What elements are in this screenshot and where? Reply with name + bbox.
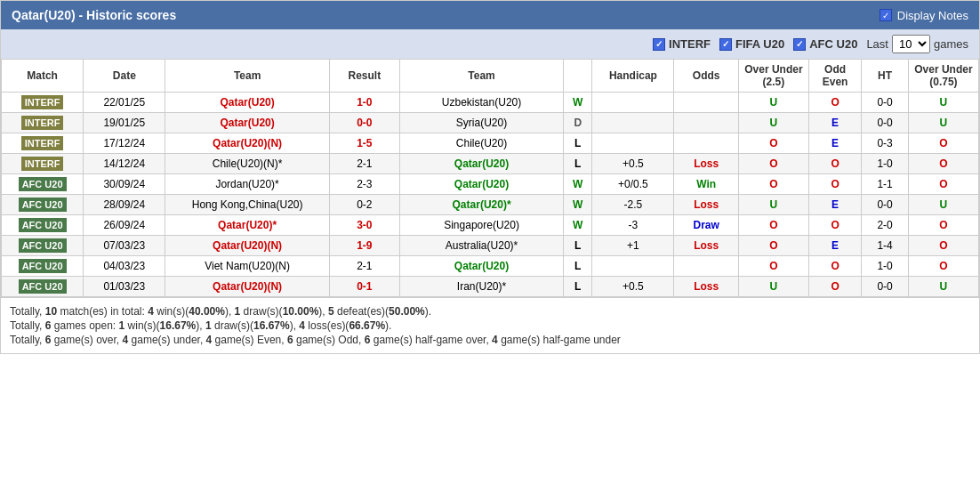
cell-ht: 1-0 xyxy=(862,256,909,277)
cell-ht: 0-0 xyxy=(862,195,909,215)
cell-team2[interactable]: Singapore(U20) xyxy=(399,215,563,236)
last-games-select[interactable]: 10 5 15 20 25 30 xyxy=(892,35,930,53)
cell-team2[interactable]: Chile(U20) xyxy=(399,133,563,154)
cell-ht: 0-0 xyxy=(862,93,909,113)
cell-wdl: W xyxy=(564,195,592,215)
cell-odd-even: E xyxy=(808,133,861,154)
cell-team1[interactable]: Qatar(U20)* xyxy=(165,215,329,236)
cell-over-under: O xyxy=(738,215,808,236)
interf-checkbox[interactable]: ✓ xyxy=(653,38,665,51)
cell-wdl: L xyxy=(564,133,592,154)
col-over-under2: Over Under (0.75) xyxy=(908,60,978,93)
cell-odds: Draw xyxy=(674,215,738,236)
cell-over-under2: U xyxy=(908,195,978,215)
cell-wdl: L xyxy=(564,277,592,297)
summary-line3: Totally, 6 game(s) over, 4 game(s) under… xyxy=(10,334,970,346)
cell-wdl: L xyxy=(564,236,592,256)
cell-odds xyxy=(674,133,738,154)
match-badge: AFC U20 xyxy=(19,218,67,232)
header: Qatar(U20) - Historic scores ✓ Display N… xyxy=(1,1,979,29)
cell-odds: Loss xyxy=(674,195,738,215)
cell-over-under: U xyxy=(738,113,808,133)
cell-team1[interactable]: Chile(U20)(N)* xyxy=(165,154,329,174)
page-title: Qatar(U20) - Historic scores xyxy=(12,8,176,22)
cell-team1[interactable]: Hong Kong,China(U20) xyxy=(165,195,329,215)
table-body: INTERF 22/01/25 Qatar(U20) 1-0 Uzbekista… xyxy=(2,93,979,297)
cell-handicap xyxy=(592,133,674,154)
cell-wdl: L xyxy=(564,154,592,174)
col-ht: HT xyxy=(862,60,909,93)
cell-handicap: +0/0.5 xyxy=(592,174,674,195)
cell-team2[interactable]: Iran(U20)* xyxy=(399,277,563,297)
cell-match: INTERF xyxy=(2,93,84,113)
cell-team2[interactable]: Qatar(U20) xyxy=(399,256,563,277)
cell-handicap: +1 xyxy=(592,236,674,256)
cell-team2[interactable]: Australia(U20)* xyxy=(399,236,563,256)
cell-team1[interactable]: Qatar(U20)(N) xyxy=(165,277,329,297)
cell-over-under: O xyxy=(738,236,808,256)
cell-team2[interactable]: Qatar(U20)* xyxy=(399,195,563,215)
cell-team1[interactable]: Qatar(U20)(N) xyxy=(165,133,329,154)
cell-date: 17/12/24 xyxy=(84,133,165,154)
cell-team2[interactable]: Syria(U20) xyxy=(399,113,563,133)
afc-u20-filter[interactable]: ✓ AFC U20 xyxy=(793,37,857,51)
cell-over-under2: O xyxy=(908,236,978,256)
cell-over-under: U xyxy=(738,277,808,297)
col-match: Match xyxy=(2,60,84,93)
col-odd-even: Odd Even xyxy=(808,60,861,93)
cell-over-under: O xyxy=(738,174,808,195)
last-label: Last xyxy=(866,37,888,51)
cell-odds: Loss xyxy=(674,236,738,256)
cell-match: AFC U20 xyxy=(2,236,84,256)
cell-team2[interactable]: Qatar(U20) xyxy=(399,174,563,195)
table-row: AFC U20 01/03/23 Qatar(U20)(N) 0-1 Iran(… xyxy=(2,277,979,297)
match-badge: AFC U20 xyxy=(19,238,67,253)
cell-odd-even: O xyxy=(808,277,861,297)
cell-odd-even: O xyxy=(808,174,861,195)
table-row: AFC U20 07/03/23 Qatar(U20)(N) 1-9 Austr… xyxy=(2,236,979,256)
cell-odd-even: O xyxy=(808,93,861,113)
table-row: INTERF 17/12/24 Qatar(U20)(N) 1-5 Chile(… xyxy=(2,133,979,154)
cell-team1[interactable]: Jordan(U20)* xyxy=(165,174,329,195)
cell-over-under2: O xyxy=(908,256,978,277)
table-header-row: Match Date Team Result Team Handicap Odd… xyxy=(2,60,979,93)
match-badge: INTERF xyxy=(21,116,64,130)
table-row: AFC U20 04/03/23 Viet Nam(U20)(N) 2-1 Qa… xyxy=(2,256,979,277)
cell-match: INTERF xyxy=(2,133,84,154)
cell-team1[interactable]: Qatar(U20) xyxy=(165,93,329,113)
cell-over-under2: U xyxy=(908,277,978,297)
cell-team2[interactable]: Qatar(U20) xyxy=(399,154,563,174)
cell-ht: 1-4 xyxy=(862,236,909,256)
fifa-u20-filter[interactable]: ✓ FIFA U20 xyxy=(719,37,784,51)
match-badge: AFC U20 xyxy=(19,259,67,273)
match-badge: AFC U20 xyxy=(19,279,67,294)
cell-date: 30/09/24 xyxy=(84,174,165,195)
table-row: INTERF 19/01/25 Qatar(U20) 0-0 Syria(U20… xyxy=(2,113,979,133)
cell-date: 14/12/24 xyxy=(84,154,165,174)
col-wdl xyxy=(564,60,592,93)
interf-label: INTERF xyxy=(669,37,711,51)
afc-u20-checkbox[interactable]: ✓ xyxy=(793,38,806,51)
cell-match: AFC U20 xyxy=(2,174,84,195)
cell-team2[interactable]: Uzbekistan(U20) xyxy=(399,93,563,113)
cell-ht: 0-3 xyxy=(862,133,909,154)
interf-filter[interactable]: ✓ INTERF xyxy=(653,37,711,51)
cell-result: 2-1 xyxy=(329,154,399,174)
table-row: AFC U20 28/09/24 Hong Kong,China(U20) 0-… xyxy=(2,195,979,215)
cell-wdl: W xyxy=(564,93,592,113)
cell-result: 0-2 xyxy=(329,195,399,215)
display-notes-checkbox[interactable]: ✓ xyxy=(880,9,892,21)
fifa-u20-checkbox[interactable]: ✓ xyxy=(719,38,732,51)
cell-over-under2: O xyxy=(908,133,978,154)
cell-match: AFC U20 xyxy=(2,195,84,215)
games-label: games xyxy=(934,37,968,51)
cell-team1[interactable]: Qatar(U20)(N) xyxy=(165,236,329,256)
cell-team1[interactable]: Qatar(U20) xyxy=(165,113,329,133)
cell-result: 2-1 xyxy=(329,256,399,277)
cell-match: AFC U20 xyxy=(2,277,84,297)
col-result: Result xyxy=(329,60,399,93)
header-right: ✓ Display Notes xyxy=(880,9,968,22)
col-date: Date xyxy=(84,60,165,93)
match-badge: AFC U20 xyxy=(19,177,67,191)
cell-team1[interactable]: Viet Nam(U20)(N) xyxy=(165,256,329,277)
